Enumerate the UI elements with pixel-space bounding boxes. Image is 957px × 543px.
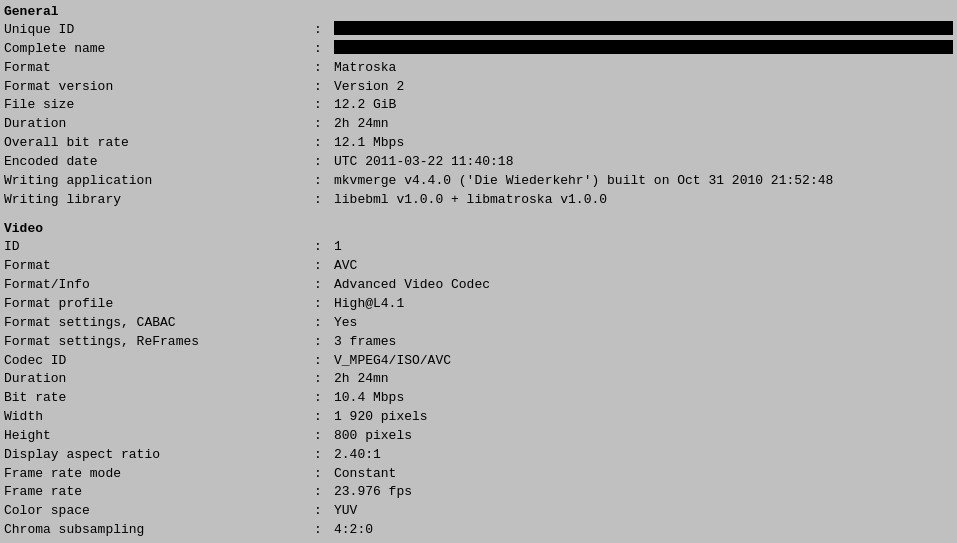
info-value: AVC bbox=[334, 257, 953, 276]
info-value: 2.40:1 bbox=[334, 446, 953, 465]
table-row: Frame rate mode : Constant bbox=[0, 465, 957, 484]
info-label: Display aspect ratio bbox=[4, 446, 314, 465]
info-separator: : bbox=[314, 408, 334, 427]
info-separator: : bbox=[314, 276, 334, 295]
table-row: Width : 1 920 pixels bbox=[0, 408, 957, 427]
table-row: Format settings, CABAC : Yes bbox=[0, 314, 957, 333]
table-row: Format version : Version 2 bbox=[0, 78, 957, 97]
info-label: Bit rate bbox=[4, 389, 314, 408]
info-value: YUV bbox=[334, 502, 953, 521]
info-value: 1 920 pixels bbox=[334, 408, 953, 427]
section-spacer bbox=[0, 209, 957, 219]
info-label: Encoded date bbox=[4, 153, 314, 172]
info-value: Version 2 bbox=[334, 78, 953, 97]
info-separator: : bbox=[314, 257, 334, 276]
info-label: Frame rate bbox=[4, 483, 314, 502]
table-row: Overall bit rate : 12.1 Mbps bbox=[0, 134, 957, 153]
info-separator: : bbox=[314, 295, 334, 314]
table-row: Format : AVC bbox=[0, 257, 957, 276]
info-separator: : bbox=[314, 427, 334, 446]
section-header-video: Video bbox=[0, 219, 957, 238]
table-row: Duration : 2h 24mn bbox=[0, 115, 957, 134]
main-container: GeneralUnique ID : Complete name : Forma… bbox=[0, 0, 957, 543]
info-separator: : bbox=[314, 21, 334, 40]
table-row: Complete name : bbox=[0, 40, 957, 59]
info-value bbox=[334, 21, 953, 35]
info-separator: : bbox=[314, 333, 334, 352]
info-label: Complete name bbox=[4, 40, 314, 59]
info-label: Format profile bbox=[4, 295, 314, 314]
table-row: Format settings, ReFrames : 3 frames bbox=[0, 333, 957, 352]
info-label: Overall bit rate bbox=[4, 134, 314, 153]
info-value: High@L4.1 bbox=[334, 295, 953, 314]
info-label: Format version bbox=[4, 78, 314, 97]
table-row: Display aspect ratio : 2.40:1 bbox=[0, 446, 957, 465]
info-value: 12.1 Mbps bbox=[334, 134, 953, 153]
info-label: File size bbox=[4, 96, 314, 115]
info-label: ID bbox=[4, 238, 314, 257]
info-value: 2h 24mn bbox=[334, 370, 953, 389]
info-value: 2h 24mn bbox=[334, 115, 953, 134]
info-separator: : bbox=[314, 465, 334, 484]
table-row: Height : 800 pixels bbox=[0, 427, 957, 446]
info-label: Format bbox=[4, 59, 314, 78]
table-row: File size : 12.2 GiB bbox=[0, 96, 957, 115]
info-separator: : bbox=[314, 370, 334, 389]
table-row: ID : 1 bbox=[0, 238, 957, 257]
info-value: 12.2 GiB bbox=[334, 96, 953, 115]
info-label: Duration bbox=[4, 115, 314, 134]
table-row: Bit rate : 10.4 Mbps bbox=[0, 389, 957, 408]
table-row: Frame rate : 23.976 fps bbox=[0, 483, 957, 502]
table-row: Format/Info : Advanced Video Codec bbox=[0, 276, 957, 295]
info-separator: : bbox=[314, 238, 334, 257]
info-separator: : bbox=[314, 352, 334, 371]
info-value: libebml v1.0.0 + libmatroska v1.0.0 bbox=[334, 191, 953, 210]
info-separator: : bbox=[314, 446, 334, 465]
info-label: Format bbox=[4, 257, 314, 276]
info-value: 10.4 Mbps bbox=[334, 389, 953, 408]
info-separator: : bbox=[314, 40, 334, 59]
info-value: Yes bbox=[334, 314, 953, 333]
table-row: Duration : 2h 24mn bbox=[0, 370, 957, 389]
info-value: 1 bbox=[334, 238, 953, 257]
info-value bbox=[334, 40, 953, 54]
info-value: Constant bbox=[334, 465, 953, 484]
table-row: Format profile : High@L4.1 bbox=[0, 295, 957, 314]
info-label: Codec ID bbox=[4, 352, 314, 371]
table-row: Codec ID : V_MPEG4/ISO/AVC bbox=[0, 352, 957, 371]
info-separator: : bbox=[314, 191, 334, 210]
info-label: Duration bbox=[4, 370, 314, 389]
info-value: V_MPEG4/ISO/AVC bbox=[334, 352, 953, 371]
info-value: Advanced Video Codec bbox=[334, 276, 953, 295]
table-row: Chroma subsampling : 4:2:0 bbox=[0, 521, 957, 540]
info-label: Height bbox=[4, 427, 314, 446]
info-label: Frame rate mode bbox=[4, 465, 314, 484]
info-value: 800 pixels bbox=[334, 427, 953, 446]
table-row: Writing application : mkvmerge v4.4.0 ('… bbox=[0, 172, 957, 191]
info-value: 23.976 fps bbox=[334, 483, 953, 502]
info-value: UTC 2011-03-22 11:40:18 bbox=[334, 153, 953, 172]
info-value: 4:2:0 bbox=[334, 521, 953, 540]
info-separator: : bbox=[314, 115, 334, 134]
info-label: Format settings, CABAC bbox=[4, 314, 314, 333]
info-label: Color space bbox=[4, 502, 314, 521]
info-separator: : bbox=[314, 502, 334, 521]
info-separator: : bbox=[314, 483, 334, 502]
info-separator: : bbox=[314, 314, 334, 333]
info-separator: : bbox=[314, 172, 334, 191]
section-header-general: General bbox=[0, 2, 957, 21]
info-label: Writing application bbox=[4, 172, 314, 191]
info-separator: : bbox=[314, 153, 334, 172]
info-separator: : bbox=[314, 389, 334, 408]
info-label: Chroma subsampling bbox=[4, 521, 314, 540]
info-label: Format/Info bbox=[4, 276, 314, 295]
table-row: Writing library : libebml v1.0.0 + libma… bbox=[0, 191, 957, 210]
info-separator: : bbox=[314, 521, 334, 540]
info-label: Format settings, ReFrames bbox=[4, 333, 314, 352]
info-separator: : bbox=[314, 134, 334, 153]
info-label: Writing library bbox=[4, 191, 314, 210]
info-value: Matroska bbox=[334, 59, 953, 78]
info-separator: : bbox=[314, 96, 334, 115]
info-separator: : bbox=[314, 59, 334, 78]
info-label: Unique ID bbox=[4, 21, 314, 40]
